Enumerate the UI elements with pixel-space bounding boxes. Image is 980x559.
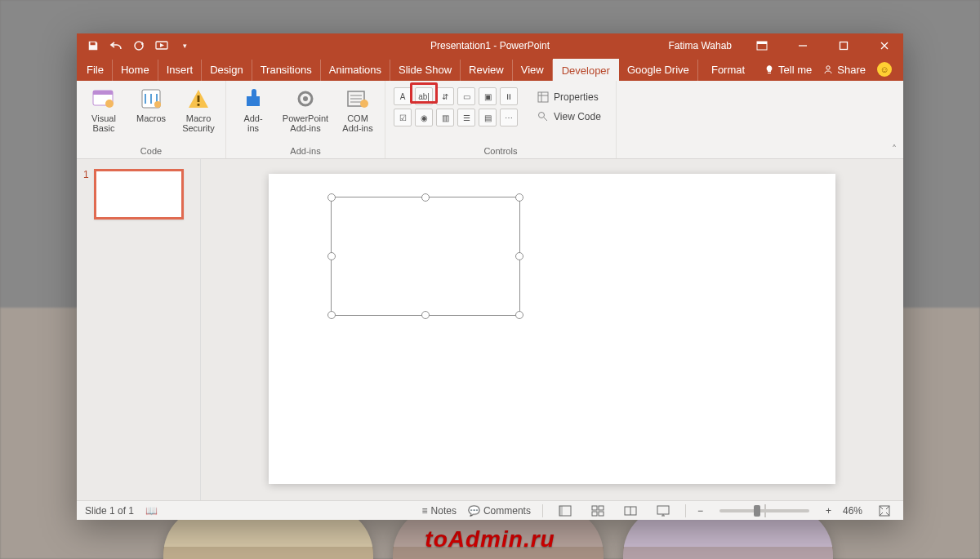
image-control-button[interactable]: ▣ [479, 87, 497, 105]
redo-icon[interactable] [131, 38, 147, 54]
optionbutton-control-button[interactable]: ◉ [415, 109, 433, 126]
comments-button[interactable]: 💬 Comments [468, 505, 531, 517]
ribbon-tabs: File Home Insert Design Transitions Anim… [77, 58, 903, 81]
macro-security-button[interactable]: Macro Security [176, 84, 220, 133]
resize-handle[interactable] [515, 311, 523, 319]
status-bar: Slide 1 of 1 📖 ≡ Notes 💬 Comments − + 46… [77, 500, 903, 520]
tab-animations[interactable]: Animations [321, 60, 390, 81]
svg-rect-17 [538, 92, 548, 102]
resize-handle[interactable] [515, 193, 523, 202]
macros-button[interactable]: Macros [129, 84, 173, 123]
qat-customize-icon[interactable]: ▾ [176, 38, 193, 54]
svg-rect-23 [592, 512, 597, 516]
tab-transitions[interactable]: Transitions [252, 60, 321, 81]
visual-basic-icon [91, 86, 117, 112]
tab-format[interactable]: Format [703, 60, 753, 81]
slideshow-view-button[interactable] [653, 504, 674, 518]
properties-button[interactable]: Properties [537, 89, 601, 105]
zoom-in-button[interactable]: + [826, 505, 831, 517]
zoom-out-button[interactable]: − [697, 505, 703, 517]
com-addins-icon [345, 86, 371, 112]
activex-controls-gallery: A ab| ⇵ ▭ ▣ ⏸ ☑ ◉ ▥ ☰ ▤ ⋯ [394, 84, 518, 144]
slide-counter: Slide 1 of 1 [85, 505, 134, 517]
scrollbar-control-button[interactable]: ⏸ [500, 87, 518, 105]
addins-icon [240, 86, 266, 112]
resize-handle[interactable] [327, 193, 336, 202]
signed-in-user[interactable]: Fatima Wahab [660, 40, 740, 51]
minimize-button[interactable] [784, 33, 822, 58]
zoom-percentage[interactable]: 46% [843, 505, 862, 517]
svg-rect-24 [599, 512, 604, 516]
ribbon-display-options-icon[interactable] [743, 33, 781, 58]
svg-point-16 [360, 100, 368, 108]
resize-handle[interactable] [421, 311, 430, 319]
morecontrols-button[interactable]: ⋯ [500, 109, 518, 126]
lightbulb-icon [764, 64, 774, 74]
spellcheck-icon[interactable]: 📖 [145, 505, 158, 517]
listbox-control-button[interactable]: ☰ [457, 109, 475, 126]
tab-view[interactable]: View [513, 60, 553, 81]
svg-rect-26 [657, 506, 669, 514]
spin-control-button[interactable]: ⇵ [436, 87, 454, 105]
maximize-button[interactable] [825, 33, 862, 58]
addins-button[interactable]: Add- ins [231, 84, 275, 133]
zoom-slider[interactable] [719, 509, 809, 512]
tab-insert[interactable]: Insert [158, 60, 203, 81]
svg-point-8 [105, 100, 114, 108]
combobox-control-button[interactable]: ▥ [436, 109, 454, 126]
tab-slide-show[interactable]: Slide Show [390, 60, 461, 81]
tab-design[interactable]: Design [202, 60, 252, 81]
view-code-button[interactable]: View Code [537, 109, 601, 125]
textbox-control-button[interactable]: ab| [415, 87, 433, 105]
resize-handle[interactable] [327, 252, 336, 260]
normal-view-button[interactable] [555, 504, 576, 518]
powerpoint-window: ▾ Presentation1 - PowerPoint Fatima Waha… [77, 33, 903, 520]
tab-review[interactable]: Review [461, 60, 513, 81]
visual-basic-button[interactable]: Visual Basic [82, 84, 126, 133]
undo-icon[interactable] [108, 38, 124, 54]
start-slideshow-icon[interactable] [154, 38, 170, 54]
share-button[interactable]: Share [823, 64, 866, 76]
checkbox-control-button[interactable]: ☑ [394, 109, 412, 126]
tab-file[interactable]: File [78, 60, 113, 81]
slide-sorter-view-button[interactable] [587, 504, 608, 518]
tab-home[interactable]: Home [113, 60, 158, 81]
fit-to-window-button[interactable] [874, 504, 895, 518]
group-label-addins: Add-ins [290, 144, 320, 158]
resize-handle[interactable] [515, 252, 523, 260]
gear-icon [292, 86, 318, 112]
slide-thumbnail-pane[interactable]: 1 [77, 159, 201, 500]
tab-developer[interactable]: Developer [553, 59, 619, 82]
separator [685, 504, 686, 517]
label-control-button[interactable]: A [394, 87, 412, 105]
feedback-smiley-icon[interactable]: ☺ [877, 62, 892, 77]
resize-handle[interactable] [421, 193, 430, 202]
reading-view-button[interactable] [620, 504, 641, 518]
share-icon [823, 64, 833, 74]
close-button[interactable] [866, 33, 903, 58]
slide-canvas-area[interactable] [201, 159, 903, 500]
separator [542, 504, 543, 517]
com-addins-button[interactable]: COM Add-ins [336, 84, 380, 133]
svg-rect-4 [840, 42, 848, 50]
togglebutton-control-button[interactable]: ▤ [479, 109, 497, 126]
powerpoint-addins-button[interactable]: PowerPoint Add-ins [278, 84, 332, 133]
slide-thumbnail[interactable] [94, 169, 184, 220]
ribbon-group-code: Visual Basic Macros Macro Security Code [77, 81, 226, 158]
resize-handle[interactable] [327, 311, 336, 319]
svg-point-10 [154, 101, 161, 108]
tell-me-button[interactable]: Tell me [764, 64, 812, 76]
svg-rect-7 [93, 91, 113, 95]
save-icon[interactable] [85, 38, 101, 54]
svg-rect-22 [599, 506, 604, 510]
slide[interactable] [269, 174, 835, 484]
svg-rect-20 [559, 506, 563, 516]
commandbutton-control-button[interactable]: ▭ [457, 87, 475, 105]
inserted-textbox-control[interactable] [331, 197, 520, 316]
macros-icon [138, 86, 164, 112]
notes-button[interactable]: ≡ Notes [422, 505, 457, 517]
controls-side-commands: Properties View Code [531, 84, 608, 144]
svg-rect-3 [757, 42, 767, 44]
collapse-ribbon-icon[interactable]: ˄ [892, 144, 897, 155]
tab-google-drive[interactable]: Google Drive [619, 60, 698, 81]
